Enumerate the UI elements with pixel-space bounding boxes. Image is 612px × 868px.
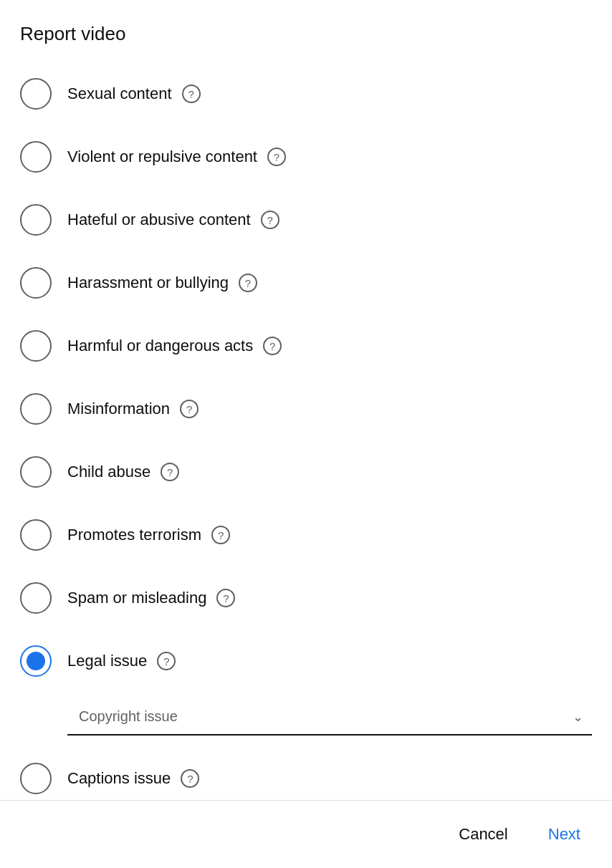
help-icon-child-abuse[interactable]: ? (161, 463, 179, 481)
radio-promotes-terrorism[interactable] (20, 519, 52, 551)
option-text-violent-repulsive: Violent or repulsive content (67, 148, 257, 166)
option-label-promotes-terrorism: Promotes terrorism? (67, 526, 230, 544)
option-text-misinformation: Misinformation (67, 400, 170, 418)
option-item-sexual-content[interactable]: Sexual content? (0, 62, 612, 125)
option-item-promotes-terrorism[interactable]: Promotes terrorism? (0, 503, 612, 566)
option-label-captions-issue: Captions issue? (67, 769, 199, 788)
help-icon-harassment-bullying[interactable]: ? (239, 274, 257, 292)
option-text-harassment-bullying: Harassment or bullying (67, 274, 229, 292)
option-label-spam-misleading: Spam or misleading? (67, 589, 235, 607)
option-text-spam-misleading: Spam or misleading (67, 589, 206, 607)
radio-spam-misleading[interactable] (20, 582, 52, 614)
radio-legal-issue[interactable] (20, 645, 52, 677)
help-icon-captions-issue[interactable]: ? (181, 769, 199, 788)
radio-inner-legal-issue (27, 652, 45, 670)
option-label-hateful-abusive: Hateful or abusive content? (67, 211, 279, 229)
option-item-child-abuse[interactable]: Child abuse? (0, 440, 612, 503)
page-title: Report video (0, 0, 612, 62)
help-icon-promotes-terrorism[interactable]: ? (211, 526, 230, 544)
radio-harassment-bullying[interactable] (20, 267, 52, 299)
option-item-violent-repulsive[interactable]: Violent or repulsive content? (0, 125, 612, 188)
dropdown-wrapper: Copyright issuePrivacyTrademarkDefamatio… (67, 698, 592, 736)
cancel-button[interactable]: Cancel (447, 818, 519, 851)
next-button[interactable]: Next (537, 818, 592, 851)
radio-misinformation[interactable] (20, 393, 52, 425)
option-text-harmful-dangerous: Harmful or dangerous acts (67, 337, 253, 355)
help-icon-harmful-dangerous[interactable]: ? (263, 337, 282, 355)
option-item-legal-issue[interactable]: Legal issue? (0, 630, 612, 693)
option-label-child-abuse: Child abuse? (67, 463, 179, 481)
option-text-child-abuse: Child abuse (67, 463, 150, 481)
option-label-sexual-content: Sexual content? (67, 85, 201, 103)
help-icon-hateful-abusive[interactable]: ? (261, 211, 279, 229)
option-label-harmful-dangerous: Harmful or dangerous acts? (67, 337, 282, 355)
radio-violent-repulsive[interactable] (20, 141, 52, 173)
radio-hateful-abusive[interactable] (20, 204, 52, 236)
option-text-hateful-abusive: Hateful or abusive content (67, 211, 251, 229)
option-text-sexual-content: Sexual content (67, 85, 172, 103)
radio-captions-issue[interactable] (20, 763, 52, 794)
option-label-violent-repulsive: Violent or repulsive content? (67, 148, 286, 166)
help-icon-sexual-content[interactable]: ? (182, 85, 201, 103)
option-item-spam-misleading[interactable]: Spam or misleading? (0, 566, 612, 630)
options-list: Sexual content?Violent or repulsive cont… (0, 62, 612, 810)
option-label-legal-issue: Legal issue? (67, 652, 176, 670)
option-text-captions-issue: Captions issue (67, 769, 171, 788)
option-text-legal-issue: Legal issue (67, 652, 147, 670)
help-icon-misinformation[interactable]: ? (180, 400, 199, 418)
help-icon-violent-repulsive[interactable]: ? (267, 148, 286, 166)
radio-child-abuse[interactable] (20, 456, 52, 488)
option-item-misinformation[interactable]: Misinformation? (0, 377, 612, 440)
option-item-harassment-bullying[interactable]: Harassment or bullying? (0, 251, 612, 314)
option-item-hateful-abusive[interactable]: Hateful or abusive content? (0, 188, 612, 251)
help-icon-spam-misleading[interactable]: ? (216, 589, 235, 607)
radio-sexual-content[interactable] (20, 78, 52, 110)
option-item-harmful-dangerous[interactable]: Harmful or dangerous acts? (0, 314, 612, 377)
option-label-misinformation: Misinformation? (67, 400, 199, 418)
help-icon-legal-issue[interactable]: ? (157, 652, 176, 670)
footer: Cancel Next (0, 800, 612, 868)
dropdown-container: Copyright issuePrivacyTrademarkDefamatio… (0, 693, 612, 747)
option-text-promotes-terrorism: Promotes terrorism (67, 526, 201, 544)
radio-harmful-dangerous[interactable] (20, 330, 52, 362)
legal-issue-dropdown[interactable]: Copyright issuePrivacyTrademarkDefamatio… (67, 698, 592, 736)
option-label-harassment-bullying: Harassment or bullying? (67, 274, 257, 292)
